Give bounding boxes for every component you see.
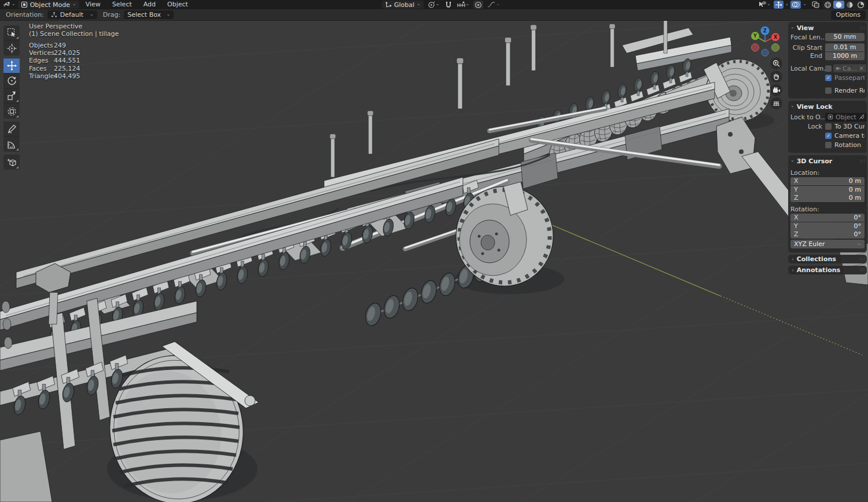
render-region-label: Render Regi... bbox=[834, 87, 865, 94]
lock-to-object-field[interactable]: Object bbox=[825, 113, 867, 122]
tool-scale[interactable] bbox=[3, 89, 20, 104]
panel-grip-icon[interactable]: ∷∷ bbox=[860, 159, 865, 164]
rotation-mode-dropdown[interactable]: XYZ Euler ⌄ bbox=[790, 240, 865, 248]
cursor-location-z-field[interactable]: Z0 m bbox=[790, 194, 865, 202]
gizmos-toggle[interactable] bbox=[774, 1, 784, 9]
material-preview-icon bbox=[846, 1, 854, 9]
camera-icon bbox=[773, 87, 781, 94]
overlays-toggle[interactable] bbox=[790, 1, 801, 9]
proportional-editing-toggle[interactable] bbox=[473, 1, 483, 9]
transform-orientation-dropdown[interactable]: Global ⌄ bbox=[382, 1, 424, 9]
mode-dropdown[interactable]: Object Mode ⌄ bbox=[18, 1, 79, 9]
viewport-stats-overlay: User Perspective (1) Scene Collection | … bbox=[29, 23, 119, 80]
show-gizmo-visibility-dropdown[interactable]: ⌄ bbox=[757, 1, 772, 9]
panel-collections[interactable]: ⌄ Collections ∷∷ bbox=[788, 255, 867, 263]
3d-viewport-canvas[interactable] bbox=[0, 0, 868, 502]
shading-solid-button[interactable] bbox=[833, 1, 844, 9]
tool-annotate[interactable] bbox=[3, 122, 20, 137]
panel-grip-icon[interactable]: ∷∷ bbox=[860, 257, 865, 262]
panel-grip-icon[interactable]: ∷∷ bbox=[860, 25, 865, 31]
cursor-rotation-z-field[interactable]: Z0° bbox=[790, 230, 865, 239]
snap-target-dropdown[interactable]: ⌄ bbox=[456, 1, 471, 9]
cursor-rotation-x-field[interactable]: X0° bbox=[790, 214, 865, 222]
editor-type-button[interactable]: ⌄ bbox=[2, 1, 17, 9]
panel-3d-cursor-header[interactable]: ⌄ 3D Cursor ∷∷ bbox=[790, 157, 865, 165]
render-region-checkbox[interactable] bbox=[825, 87, 832, 94]
proportional-falloff-dropdown[interactable]: ⌄ bbox=[486, 1, 501, 9]
cursor-location-y-field[interactable]: Y0 m bbox=[790, 186, 865, 194]
orientation-axes-icon bbox=[385, 1, 392, 8]
xray-icon bbox=[812, 1, 819, 8]
stat-value: 444,551 bbox=[54, 57, 80, 65]
local-camera-checkbox[interactable] bbox=[825, 65, 832, 72]
clip-end-field[interactable]: 1000 m bbox=[825, 52, 865, 60]
menu-object[interactable]: Object bbox=[162, 0, 193, 9]
local-camera-field[interactable]: Ca... ✕ bbox=[833, 64, 866, 72]
stat-label: Triangles bbox=[29, 73, 54, 80]
add-cube-icon bbox=[7, 157, 17, 167]
menu-select[interactable]: Select bbox=[107, 0, 137, 9]
tool-cursor[interactable] bbox=[3, 41, 20, 56]
panel-collections-title: Collections bbox=[797, 255, 836, 263]
panel-grip-icon[interactable]: ∷∷ bbox=[860, 268, 865, 273]
tool-add-cube[interactable] bbox=[3, 155, 20, 170]
proportional-editing-icon bbox=[475, 1, 482, 9]
panel-view-header[interactable]: ⌄ View ∷∷ bbox=[790, 24, 865, 32]
panel-view-lock-title: View Lock bbox=[797, 103, 833, 111]
lock-rotation-checkbox[interactable] bbox=[825, 142, 832, 148]
tool-measure[interactable] bbox=[3, 137, 20, 152]
to-3d-cursor-checkbox[interactable] bbox=[825, 123, 832, 130]
tool-move[interactable] bbox=[3, 58, 20, 74]
cursor-location-label: Location: bbox=[790, 169, 819, 177]
tool-rotate[interactable] bbox=[3, 74, 20, 89]
tool-select-box[interactable] bbox=[3, 25, 20, 41]
menu-add[interactable]: Add bbox=[138, 0, 161, 9]
clip-start-field[interactable]: 0.01 m bbox=[825, 43, 865, 52]
clear-icon[interactable]: ✕ bbox=[859, 65, 864, 72]
tool-transform[interactable] bbox=[3, 104, 20, 119]
measure-tool-icon bbox=[7, 140, 17, 149]
to-3d-cursor-label: To 3D Cursor bbox=[834, 123, 865, 130]
eyedropper-icon[interactable] bbox=[859, 114, 865, 120]
navigation-gizmo[interactable]: Z Y X bbox=[745, 24, 782, 60]
shading-wireframe-button[interactable] bbox=[822, 1, 833, 9]
cursor-rotation-y-field[interactable]: Y0° bbox=[790, 222, 865, 230]
camera-to-view-label: Camera to Vi... bbox=[834, 132, 865, 140]
camera-view-button[interactable] bbox=[770, 84, 782, 96]
cursor-location-x-field[interactable]: X0 m bbox=[790, 177, 865, 185]
transform-orientation-label: Global bbox=[394, 1, 414, 9]
cursor-rotation-label: Rotation: bbox=[790, 206, 819, 213]
object-mode-icon bbox=[21, 1, 28, 8]
snap-toggle[interactable] bbox=[444, 1, 453, 9]
orientation-dropdown[interactable]: Default ⌄ bbox=[47, 10, 97, 19]
rotate-tool-icon bbox=[7, 76, 17, 86]
xray-toggle[interactable] bbox=[811, 1, 821, 9]
panel-view-title: View bbox=[797, 24, 814, 32]
overlays-icon bbox=[792, 1, 800, 8]
menu-view[interactable]: View bbox=[80, 0, 106, 9]
perspective-toggle-button[interactable] bbox=[770, 97, 782, 109]
svg-text:Z: Z bbox=[763, 28, 767, 34]
camera-to-view-checkbox[interactable]: ✓ bbox=[825, 133, 832, 139]
panel-annotations[interactable]: ⌄ Annotations ∷∷ bbox=[788, 266, 867, 274]
options-button[interactable]: Options bbox=[831, 10, 866, 20]
passepartout-label: Passepartout bbox=[834, 74, 865, 82]
panel-view-lock-header[interactable]: ⌄ View Lock bbox=[790, 102, 865, 111]
move-tool-icon bbox=[7, 61, 17, 71]
gizmo-icon bbox=[775, 1, 782, 9]
passepartout-checkbox[interactable]: ✓ bbox=[825, 75, 832, 81]
zoom-button[interactable] bbox=[770, 57, 782, 69]
snap-increment-icon bbox=[457, 1, 465, 8]
shading-rendered-button[interactable] bbox=[855, 1, 866, 9]
pan-button[interactable] bbox=[770, 71, 782, 83]
shading-material-button[interactable] bbox=[844, 1, 855, 9]
stat-value: 225,124 bbox=[54, 65, 80, 73]
pivot-point-dropdown[interactable]: ⌄ bbox=[426, 1, 441, 9]
panel-view: ⌄ View ∷∷ Focal Len... 50 mm Clip Start … bbox=[788, 22, 867, 98]
stat-value: 224,025 bbox=[54, 50, 80, 57]
toolbar bbox=[3, 25, 20, 173]
annotate-pen-icon bbox=[7, 124, 17, 134]
focal-length-field[interactable]: 50 mm bbox=[825, 33, 865, 41]
drag-dropdown[interactable]: Select Box ⌄ bbox=[124, 10, 174, 19]
clip-start-label: Clip Start bbox=[790, 44, 825, 52]
